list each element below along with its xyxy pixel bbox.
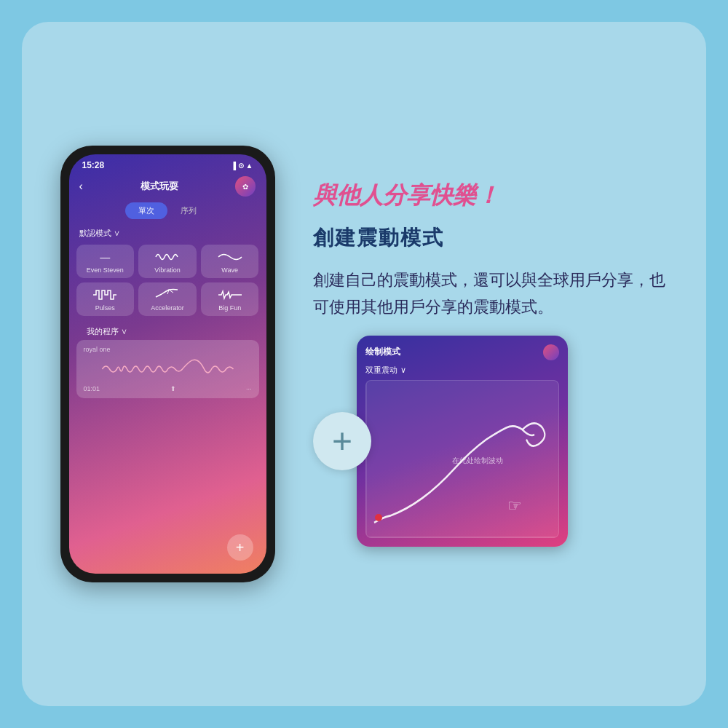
mode-label: Even Steven <box>87 266 124 274</box>
modes-grid: — Even Steven Vibration <box>69 242 266 319</box>
cursor-icon: ☞ <box>507 496 522 515</box>
mode-even-steven[interactable]: — Even Steven <box>76 245 135 278</box>
phone-mockup: 15:28 ▐ ⊙ ▲ ‹ 模式玩耍 ✿ 單次 序列 默認模 <box>60 146 275 582</box>
draw-dropdown[interactable]: 双重震动 ∨ <box>365 365 559 376</box>
accelerator-icon <box>154 288 181 301</box>
tab-single[interactable]: 單次 <box>125 202 167 219</box>
dropdown-label: 双重震动 <box>365 365 397 376</box>
drawing-area: + 绘制模式 双重震动 ∨ 100% <box>313 336 677 547</box>
pulses-icon <box>92 288 118 301</box>
body-text: 創建自己的震動模式，還可以與全球用戶分享，也可使用其他用戶分享的震動模式。 <box>313 266 677 321</box>
phone-time: 15:28 <box>82 160 105 170</box>
right-side: 與他人分享快樂！ 創建震動模式 創建自己的震動模式，還可以與全球用戶分享，也可使… <box>313 181 677 546</box>
mode-wave[interactable]: Wave <box>201 245 259 278</box>
start-dot <box>375 514 382 521</box>
mode-vibration[interactable]: Vibration <box>138 245 197 278</box>
my-programs-card: royal one 01:01 ⬆ ··· <box>76 340 259 398</box>
chevron-down-icon: ∨ <box>400 365 406 375</box>
mode-bigfun[interactable]: Big Fun <box>201 282 259 316</box>
more-icon[interactable]: ··· <box>246 385 252 392</box>
mode-label: Pulses <box>95 304 115 312</box>
phone-wrapper: 15:28 ▐ ⊙ ▲ ‹ 模式玩耍 ✿ 單次 序列 默認模 <box>51 146 284 582</box>
vibration-icon <box>154 250 181 264</box>
mode-pulses[interactable]: Pulses <box>76 282 135 316</box>
wave-icon <box>217 250 243 264</box>
status-icons: ▐ ⊙ ▲ <box>231 162 253 170</box>
mode-label: Wave <box>221 266 238 274</box>
draw-card-title: 绘制模式 <box>365 346 400 358</box>
tab-series[interactable]: 序列 <box>167 202 210 219</box>
draw-card-header: 绘制模式 <box>365 344 559 360</box>
mode-label: Big Fun <box>218 304 241 312</box>
upload-icon: ⬆ <box>170 385 176 392</box>
fab-button[interactable]: + <box>227 534 253 561</box>
headline: 與他人分享快樂！ <box>313 181 677 209</box>
outer-card: 15:28 ▐ ⊙ ▲ ‹ 模式玩耍 ✿ 單次 序列 默認模 <box>22 22 706 706</box>
wave-preview <box>84 356 252 382</box>
screen-title: 模式玩耍 <box>141 180 178 193</box>
canvas-label: 在此处绘制波动 <box>452 456 503 466</box>
section-title: 創建震動模式 <box>313 224 677 252</box>
even-steven-icon: — <box>100 250 110 264</box>
bigfun-icon <box>217 288 243 301</box>
program-name: royal one <box>84 346 252 353</box>
plus-button[interactable]: + <box>313 412 371 470</box>
phone-header: ‹ 模式玩耍 ✿ <box>69 173 266 202</box>
defaults-label: 默認模式 ∨ <box>69 225 266 242</box>
mode-label: Accelerator <box>151 304 184 312</box>
programs-footer: 01:01 ⬆ ··· <box>84 385 252 392</box>
logo-icon: ✿ <box>235 176 256 197</box>
inner-layout: 15:28 ▐ ⊙ ▲ ‹ 模式玩耍 ✿ 單次 序列 默認模 <box>51 51 677 677</box>
my-programs-label: 我的程序 ∨ <box>76 323 259 340</box>
status-bar: 15:28 ▐ ⊙ ▲ <box>69 154 266 173</box>
my-programs-section: 我的程序 ∨ royal one 01:01 ⬆ ·· <box>69 319 266 398</box>
tab-row: 單次 序列 <box>69 202 266 225</box>
draw-canvas[interactable]: 100% 在此处绘制波动 ☞ <box>365 380 559 538</box>
mode-accelerator[interactable]: Accelerator <box>138 282 197 316</box>
draw-card: 绘制模式 双重震动 ∨ 100% <box>357 336 568 547</box>
mode-label: Vibration <box>154 266 180 274</box>
phone-screen: 15:28 ▐ ⊙ ▲ ‹ 模式玩耍 ✿ 單次 序列 默認模 <box>69 154 266 574</box>
program-time: 01:01 <box>84 385 100 392</box>
draw-card-logo <box>543 344 559 360</box>
back-button[interactable]: ‹ <box>79 180 83 193</box>
